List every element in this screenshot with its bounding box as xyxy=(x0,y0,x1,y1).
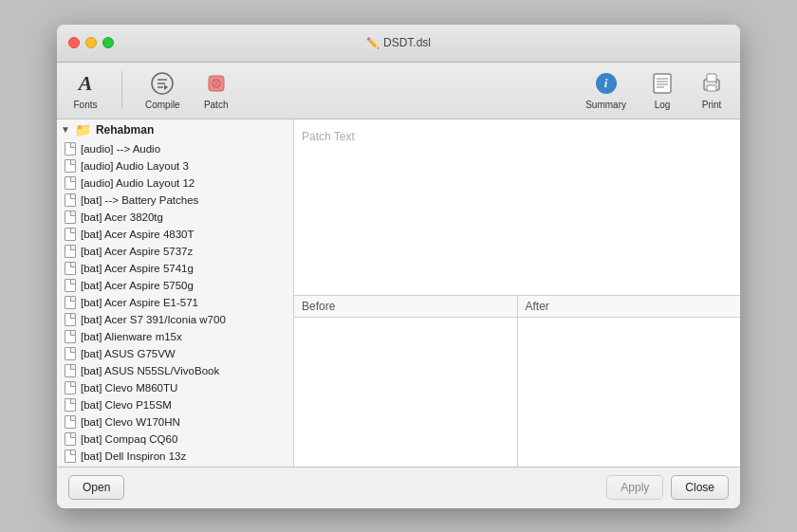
file-icon xyxy=(65,347,76,360)
before-after-header: Before After xyxy=(294,296,740,318)
svg-rect-8 xyxy=(654,74,671,93)
after-column-header: After xyxy=(518,296,741,317)
sidebar-item-label: [bat] Acer S7 391/Iconia w700 xyxy=(81,314,226,325)
summary-toolbar-item[interactable]: i Summary xyxy=(585,70,626,110)
file-icon xyxy=(65,159,76,173)
sidebar-item[interactable]: [bat] ASUS G75VW xyxy=(57,345,293,362)
print-icon xyxy=(698,70,725,97)
sidebar-item-label: [bat] Alienware m15x xyxy=(81,331,182,342)
fonts-label: Fonts xyxy=(73,100,97,110)
sidebar-item-label: [bat] Dell Inspiron 13z xyxy=(81,450,186,462)
titlebar: ✏️DSDT.dsl xyxy=(57,25,740,63)
file-icon xyxy=(65,313,76,326)
sidebar-item[interactable]: [bat] --> Battery Patches xyxy=(57,192,293,209)
file-icon xyxy=(65,398,76,412)
before-after-content xyxy=(294,318,740,467)
sidebar-item-label: [audio] --> Audio xyxy=(81,143,160,155)
sidebar[interactable]: ▼ 📁 Rehabman [audio] --> Audio[audio] Au… xyxy=(57,119,294,467)
sidebar-item[interactable]: [bat] Acer Aspire 4830T xyxy=(57,226,293,243)
traffic-lights xyxy=(57,37,114,48)
bottom-bar: Open Apply Close xyxy=(57,467,740,508)
sidebar-item[interactable]: [audio] Audio Layout 12 xyxy=(57,174,293,192)
log-label: Log xyxy=(655,100,671,110)
right-panel: Patch Text Before After xyxy=(294,119,740,467)
fonts-icon: A xyxy=(72,70,99,97)
print-label: Print xyxy=(702,100,722,110)
maximize-button[interactable] xyxy=(102,37,114,48)
sidebar-item[interactable]: [audio] Audio Layout 3 xyxy=(57,157,293,174)
main-content: ▼ 📁 Rehabman [audio] --> Audio[audio] Au… xyxy=(57,119,740,467)
minimize-button[interactable] xyxy=(85,37,97,48)
sidebar-item-label: [audio] Audio Layout 3 xyxy=(81,160,189,172)
window-title: ✏️DSDT.dsl xyxy=(366,36,431,49)
toolbar: A Fonts Compile xyxy=(57,63,740,119)
sidebar-item-label: [bat] Clevo P15SM xyxy=(81,399,172,411)
svg-point-16 xyxy=(715,82,717,83)
sidebar-item-label: [audio] Audio Layout 12 xyxy=(81,177,195,189)
patch-text-placeholder: Patch Text xyxy=(302,130,355,143)
before-column-header: Before xyxy=(294,296,518,317)
sidebar-item[interactable]: [bat] Alienware m15x xyxy=(57,328,293,345)
close-window-button[interactable]: Close xyxy=(671,475,729,500)
toolbar-separator-1 xyxy=(121,71,122,109)
sidebar-item-label: [bat] Acer 3820tg xyxy=(81,211,163,223)
sidebar-item[interactable]: [bat] Dell Inspiron 13z xyxy=(57,448,293,465)
close-button[interactable] xyxy=(68,37,80,48)
sidebar-items-list: [audio] --> Audio[audio] Audio Layout 3[… xyxy=(57,140,293,467)
compile-toolbar-item[interactable]: Compile xyxy=(145,70,180,110)
fonts-toolbar-item[interactable]: A Fonts xyxy=(72,70,99,110)
svg-rect-15 xyxy=(707,85,716,91)
file-icon xyxy=(65,296,76,309)
sidebar-item-label: [bat] --> Battery Patches xyxy=(81,194,198,206)
apply-button[interactable]: Apply xyxy=(606,475,663,500)
sidebar-item-label: [bat] Acer Aspire 5750g xyxy=(81,280,194,291)
file-icon xyxy=(65,279,76,292)
file-icon xyxy=(65,381,76,394)
summary-icon: i xyxy=(593,70,620,97)
sidebar-item[interactable]: [bat] Acer Aspire E1-571 xyxy=(57,294,293,311)
after-pane[interactable] xyxy=(518,318,741,467)
file-icon xyxy=(65,176,76,190)
summary-label: Summary xyxy=(585,100,626,110)
sidebar-item[interactable]: [bat] ASUS N55SL/VivoBook xyxy=(57,362,293,379)
sidebar-item[interactable]: [bat] Clevo W170HN xyxy=(57,413,293,431)
open-button[interactable]: Open xyxy=(68,475,124,500)
print-toolbar-item[interactable]: Print xyxy=(698,70,725,110)
sidebar-item-label: [bat] Clevo M860TU xyxy=(81,382,177,394)
sidebar-item-label: [bat] Acer Aspire 5741g xyxy=(81,263,194,274)
sidebar-item-label: [bat] Clevo W170HN xyxy=(81,416,180,428)
sidebar-item[interactable]: [bat] Acer Aspire 5741g xyxy=(57,260,293,277)
file-icon xyxy=(65,211,76,224)
sidebar-item-label: [bat] ASUS N55SL/VivoBook xyxy=(81,365,219,376)
sidebar-item-label: [bat] Acer Aspire 5737z xyxy=(81,246,193,257)
patch-text-area[interactable]: Patch Text xyxy=(294,119,740,296)
sidebar-item[interactable]: [bat] Acer S7 391/Iconia w700 xyxy=(57,311,293,328)
file-icon xyxy=(65,262,76,275)
file-icon xyxy=(65,449,76,463)
sidebar-item[interactable]: [audio] --> Audio xyxy=(57,140,293,157)
file-icon xyxy=(65,245,76,258)
sidebar-item-label: [bat] Acer Aspire 4830T xyxy=(81,229,195,240)
toolbar-right: i Summary Log xyxy=(585,70,725,110)
sidebar-item-label: [bat] Acer Aspire E1-571 xyxy=(81,297,198,308)
sidebar-item[interactable]: [bat] Compaq CQ60 xyxy=(57,431,293,448)
sidebar-item[interactable]: [bat] Acer Aspire 5737z xyxy=(57,243,293,260)
sidebar-item-label: [bat] Compaq CQ60 xyxy=(81,433,177,445)
svg-rect-14 xyxy=(707,74,716,82)
patch-label: Patch xyxy=(204,100,229,110)
before-after-section: Before After xyxy=(294,296,740,467)
root-folder-header[interactable]: ▼ 📁 Rehabman xyxy=(57,119,293,140)
before-pane[interactable] xyxy=(294,318,518,467)
sidebar-item[interactable]: [bat] Acer 3820tg xyxy=(57,209,293,226)
sidebar-item[interactable]: [bat] Clevo P15SM xyxy=(57,396,293,413)
file-icon xyxy=(65,415,76,429)
sidebar-item[interactable]: [bat] Acer Aspire 5750g xyxy=(57,277,293,294)
sidebar-item[interactable]: [bat] Clevo M860TU xyxy=(57,379,293,396)
sidebar-item-label: [bat] ASUS G75VW xyxy=(81,348,176,359)
patch-toolbar-item[interactable]: Patch xyxy=(203,70,230,110)
log-toolbar-item[interactable]: Log xyxy=(649,70,676,110)
file-icon xyxy=(65,330,76,343)
compile-icon xyxy=(149,70,176,97)
patch-icon xyxy=(203,70,230,97)
file-icon xyxy=(65,228,76,241)
